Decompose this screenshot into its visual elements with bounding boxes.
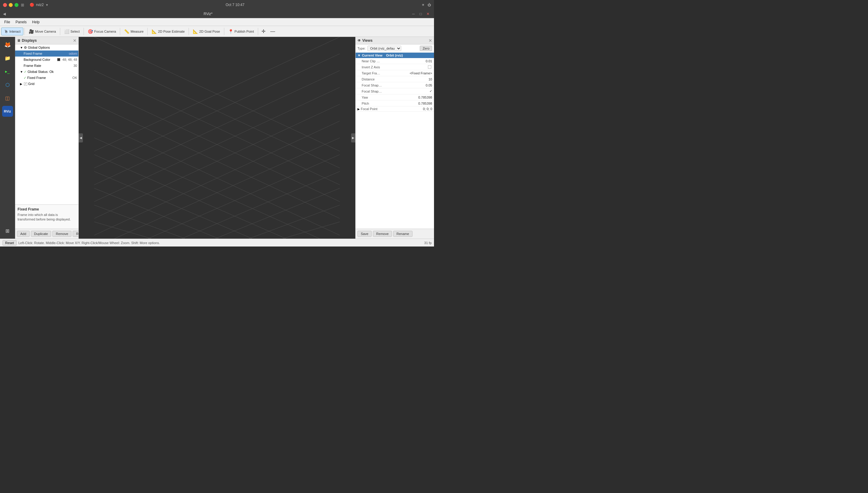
views-content: ▼ Current View Orbit (rviz) Near Clip … … (356, 52, 434, 229)
current-view-label: Current View (362, 53, 383, 57)
tree-global-status[interactable]: ▼ ✓ Global Status: Ok (15, 69, 78, 75)
back-nav-icon[interactable]: ◀ (3, 12, 6, 16)
close-window-button[interactable] (3, 3, 7, 7)
grid-label: Grid (28, 82, 77, 86)
duplicate-display-button[interactable]: Duplicate (31, 231, 51, 237)
fixed-frame-status-check-icon: ✓ (24, 76, 26, 80)
minimize-btn[interactable]: ─ (410, 11, 416, 17)
appbar-right: ─ □ ✕ (410, 11, 431, 17)
goal-pose-button[interactable]: 📐 2D Goal Pose (190, 27, 223, 36)
tree-background-color[interactable]: Background Color 48; 48; 48 (15, 57, 78, 63)
rename-view-button[interactable]: Rename (393, 231, 413, 237)
menu-help[interactable]: Help (30, 19, 42, 25)
menu-file[interactable]: File (2, 19, 13, 25)
collapse-right-button[interactable]: ▶ (351, 133, 355, 143)
statusbar: Reset Left-Click: Rotate. Middle-Click: … (0, 239, 434, 246)
interact-button[interactable]: 🖱 Interact (1, 27, 23, 36)
toolbar: 🖱 Interact 🎥 Move Camera ⬜ Select 🎯 Focu… (0, 26, 434, 37)
rviz-icon: 🔴 (30, 3, 34, 7)
view-near-clip[interactable]: Near Clip … 0.01 (356, 58, 434, 64)
view-focal-shape-1[interactable]: Focal Shap… 0.05 (356, 82, 434, 88)
toolbar-sep-4 (120, 28, 120, 35)
global-options-label: Global Options (28, 46, 77, 49)
measure-button[interactable]: 📏 Measure (121, 27, 146, 36)
invert-z-checkbox[interactable] (428, 65, 431, 69)
focal-shape-1-label: Focal Shap… (362, 84, 423, 87)
displays-title: Displays (22, 38, 72, 43)
dock-firefox[interactable]: 🦊 (2, 39, 13, 50)
current-view-type: Orbit (rviz) (386, 53, 403, 57)
goal-pose-icon: 📐 (193, 29, 198, 34)
tree-grid[interactable]: ▶ Grid (15, 81, 78, 87)
close-btn[interactable]: ✕ (425, 11, 431, 17)
move-camera-icon: 🎥 (29, 29, 34, 34)
dock-files[interactable]: 📁 (2, 52, 13, 64)
views-close-button[interactable]: ✕ (429, 38, 432, 43)
frame-rate-label: Frame Rate (24, 64, 73, 67)
add-toolbar-button[interactable]: ✛ (260, 27, 268, 35)
view-distance[interactable]: Distance 10 (356, 76, 434, 82)
tree-global-options[interactable]: ▼ ⚙ Global Options (15, 44, 78, 50)
save-view-button[interactable]: Save (357, 231, 372, 237)
add-display-button[interactable]: Add (17, 231, 30, 237)
remove-view-button[interactable]: Remove (373, 231, 392, 237)
rviz-dropdown-icon[interactable]: ▼ (45, 3, 48, 7)
views-type-row: Type: Orbit (rviz_defau Zero (356, 44, 434, 52)
views-header: 👁 Views ✕ (356, 37, 434, 44)
dock-vscode[interactable]: ⬡ (2, 79, 13, 90)
menu-panels[interactable]: Panels (13, 19, 29, 25)
pitch-label: Pitch (362, 102, 416, 105)
view-invert-z[interactable]: Invert Z Axis (356, 64, 434, 70)
view-target-frame[interactable]: Target Fra… <Fixed Frame> (356, 70, 434, 76)
remove-display-button[interactable]: Remove (53, 231, 71, 237)
toolbar-sep-8 (258, 28, 258, 35)
publish-point-button[interactable]: 📍 Publish Point (226, 27, 257, 36)
pose-estimate-button[interactable]: 📐 2D Pose Estimate (149, 27, 187, 36)
view-pitch[interactable]: Pitch 0.785398 (356, 101, 434, 106)
views-zero-button[interactable]: Zero (420, 46, 432, 51)
dock-apps[interactable]: ⊞ (2, 225, 13, 236)
near-clip-value: 0.01 (426, 59, 432, 63)
toolbar-sep-5 (147, 28, 148, 35)
desc-title: Fixed Frame (18, 207, 76, 211)
viewport-3d[interactable] (79, 37, 355, 239)
pose-estimate-icon: 📐 (152, 29, 157, 34)
desc-text: Frame into which all data is transformed… (18, 213, 76, 222)
dock-terminal[interactable]: ▸_ (2, 66, 13, 77)
tree-fixed-frame[interactable]: Fixed Frame odom (15, 50, 78, 57)
remove-toolbar-button[interactable]: — (268, 28, 277, 35)
fixed-frame-value: odom (69, 52, 77, 55)
focus-camera-button[interactable]: 🎯 Focus Camera (85, 27, 119, 36)
description-area: Fixed Frame Frame into which all data is… (15, 205, 78, 229)
focal-point-value: 0; 0; 0 (423, 107, 432, 111)
toolbar-sep-2 (60, 28, 60, 35)
global-status-check-icon: ✓ (24, 70, 27, 74)
reset-button[interactable]: Reset (2, 240, 17, 245)
publish-point-icon: 📍 (228, 29, 233, 34)
displays-close-button[interactable]: ✕ (73, 38, 77, 43)
tree-frame-rate[interactable]: Frame Rate 30 (15, 63, 78, 69)
menubar: File Panels Help (0, 18, 434, 26)
minimize-window-button[interactable] (9, 3, 13, 7)
global-options-expand-icon: ▼ (20, 46, 23, 49)
select-button[interactable]: ⬜ Select (61, 27, 83, 36)
view-focal-shape-2[interactable]: Focal Shap… ✓ (356, 88, 434, 94)
displays-panel: 🖥 Displays ✕ ▼ ⚙ Global Options Fixed Fr… (15, 37, 79, 239)
displays-tree: ▼ ⚙ Global Options Fixed Frame odom Back… (15, 44, 78, 205)
view-yaw[interactable]: Yaw 0.785398 (356, 94, 434, 101)
grid-checkbox[interactable] (24, 82, 27, 86)
maximize-window-button[interactable] (15, 3, 18, 7)
tree-fixed-frame-status[interactable]: ✓ Fixed Frame OK (15, 75, 78, 81)
dock-rviz[interactable]: RViz (2, 106, 13, 117)
collapse-left-button[interactable]: ◀ (79, 133, 83, 143)
titlebar-right-icons: ☀ ⏻ (421, 3, 431, 7)
titlebar: ⊞ 🔴 rviz2 ▼ Oct 7 10:47 ☀ ⏻ (0, 0, 434, 10)
views-type-select[interactable]: Orbit (rviz_defau (367, 46, 401, 51)
focal-point-expand-icon: ▶ (357, 107, 360, 111)
dock-layers[interactable]: ◫ (2, 92, 13, 103)
current-view-expand-icon: ▼ (357, 53, 361, 57)
view-focal-point[interactable]: ▶ Focal Point 0; 0; 0 (356, 106, 434, 112)
app-window: ⊞ 🔴 rviz2 ▼ Oct 7 10:47 ☀ ⏻ ◀ RViz* ─ □ … (0, 0, 434, 246)
restore-btn[interactable]: □ (418, 11, 424, 17)
move-camera-button[interactable]: 🎥 Move Camera (26, 27, 59, 36)
